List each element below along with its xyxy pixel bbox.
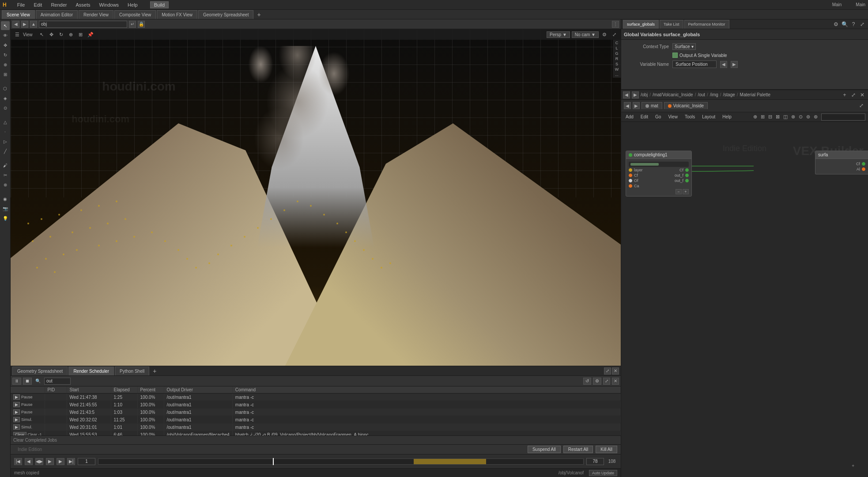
tab-render-scheduler[interactable]: Render Scheduler bbox=[68, 367, 114, 375]
suspend-all-btn[interactable]: Suspend All bbox=[528, 446, 561, 453]
start-frame-input[interactable] bbox=[78, 458, 95, 465]
stop-btn[interactable]: ⏹ bbox=[23, 378, 32, 385]
mat-tab-mat[interactable]: mat bbox=[642, 102, 662, 109]
vp-cam-small-icon[interactable]: C bbox=[614, 41, 620, 45]
node-plus-btn[interactable]: + bbox=[683, 189, 689, 194]
mid-plus-btn[interactable]: + bbox=[841, 91, 849, 99]
node-minus-btn[interactable]: − bbox=[676, 189, 682, 194]
mid-close-btn[interactable]: ✕ bbox=[858, 91, 866, 99]
row-pause-btn[interactable]: ▶ bbox=[13, 394, 20, 400]
path-input[interactable] bbox=[39, 21, 127, 28]
vp-light-small-icon[interactable]: L bbox=[614, 46, 620, 50]
right-top-gear-btn[interactable]: ⚙ bbox=[832, 20, 840, 28]
bt-expand-btn[interactable]: ⤢ bbox=[603, 378, 610, 385]
node-surface[interactable]: surfa Cf Al bbox=[815, 151, 868, 174]
surface-port-al[interactable] bbox=[862, 167, 865, 171]
pause-btn[interactable]: ⏸ bbox=[12, 378, 21, 385]
sidebar-light-icon[interactable]: 💡 bbox=[1, 214, 10, 223]
sidebar-edge-icon[interactable]: ╱ bbox=[1, 147, 10, 155]
menu-windows[interactable]: Windows bbox=[97, 1, 121, 8]
bottom-panel-close-btn[interactable]: ✕ bbox=[612, 367, 619, 375]
vp-shade-small-icon[interactable]: S bbox=[614, 62, 620, 66]
clear-completed-jobs-btn[interactable]: Clear Completed Jobs bbox=[13, 438, 57, 443]
menu-render[interactable]: Render bbox=[49, 1, 68, 8]
sidebar-cut-icon[interactable]: ✂ bbox=[1, 170, 10, 179]
sidebar-camera-icon[interactable]: 📷 bbox=[1, 204, 10, 213]
timeline-track[interactable] bbox=[98, 458, 584, 465]
ne-icon-5[interactable]: ◫ bbox=[783, 114, 788, 120]
breadcrumb-stage[interactable]: /stage bbox=[723, 92, 735, 97]
ne-menu-layout[interactable]: Layout bbox=[700, 114, 717, 120]
ne-menu-tools[interactable]: Tools bbox=[683, 114, 697, 120]
mid-toolbar-forward-btn[interactable]: ▶ bbox=[633, 102, 640, 109]
path-forward-btn[interactable]: ▶ bbox=[21, 21, 28, 28]
timeline-start-btn[interactable]: |◀ bbox=[14, 458, 22, 465]
tab-geometry-spreadsheet-bottom[interactable]: Geometry Spreadsheet bbox=[12, 367, 68, 375]
ne-icon-1[interactable]: ⊕ bbox=[753, 114, 757, 120]
sidebar-geo-icon[interactable]: △ bbox=[1, 117, 10, 126]
row-pause-btn[interactable]: ▶ bbox=[13, 402, 20, 407]
ne-icon-6[interactable]: ⊗ bbox=[791, 114, 795, 120]
add-tab-button[interactable]: + bbox=[254, 11, 263, 18]
ne-icon-8[interactable]: ⊚ bbox=[806, 114, 810, 120]
row-pause-btn[interactable]: ▶ bbox=[13, 417, 20, 422]
vp-rotate-icon[interactable]: ↻ bbox=[57, 30, 65, 38]
tab-scene-view[interactable]: Scene View bbox=[2, 10, 35, 19]
tab-motion-fx[interactable]: Motion FX View bbox=[157, 10, 197, 19]
vp-layout-icon[interactable]: ☰ bbox=[13, 30, 21, 38]
mid-toolbar-back-btn[interactable]: ◀ bbox=[624, 102, 631, 109]
port-outf-out[interactable] bbox=[685, 174, 689, 177]
menu-assets[interactable]: Assets bbox=[74, 1, 92, 8]
end-frame-input[interactable] bbox=[586, 458, 604, 465]
timeline-end-btn[interactable]: ▶| bbox=[67, 458, 75, 465]
vp-render-small-icon[interactable]: R bbox=[614, 57, 620, 61]
right-top-expand-btn[interactable]: ⤢ bbox=[858, 20, 866, 28]
sidebar-handle-icon[interactable]: ⬡ bbox=[1, 84, 10, 93]
breadcrumb-mat[interactable]: /mat/Volcanic_Inside bbox=[653, 92, 693, 97]
vp-more-small-icon[interactable]: ... bbox=[614, 72, 620, 77]
search-input-bottom[interactable] bbox=[44, 378, 71, 385]
menu-help[interactable]: Help bbox=[126, 1, 140, 8]
row-pause-btn[interactable]: Clear bbox=[13, 432, 26, 435]
tab-geometry-spreadsheet-top[interactable]: Geometry Spreadsheet bbox=[198, 10, 253, 19]
ne-icon-2[interactable]: ⊞ bbox=[761, 114, 765, 120]
bt-refresh-btn[interactable]: ↺ bbox=[583, 378, 591, 385]
vp-wire-small-icon[interactable]: W bbox=[614, 67, 620, 72]
menu-edit[interactable]: Edit bbox=[32, 1, 44, 8]
ne-search-input[interactable] bbox=[821, 114, 865, 121]
timeline-play-btn[interactable]: ▶ bbox=[46, 458, 54, 465]
breadcrumb-forward-btn[interactable]: ▶ bbox=[632, 91, 639, 98]
sidebar-select-icon[interactable]: ↖ bbox=[1, 21, 10, 30]
ne-icon-4[interactable]: ⊠ bbox=[776, 114, 780, 120]
sidebar-magnet-icon[interactable]: ⊗ bbox=[1, 180, 10, 189]
add-bottom-tab-button[interactable]: + bbox=[150, 367, 159, 375]
vp-expand-icon[interactable]: ⤢ bbox=[610, 30, 618, 38]
vp-scale-icon[interactable]: ⊕ bbox=[67, 30, 75, 38]
build-button[interactable]: Build bbox=[150, 1, 169, 8]
vp-transform-icon[interactable]: ⊞ bbox=[77, 30, 85, 38]
right-top-search-btn[interactable]: 🔍 bbox=[841, 20, 849, 28]
ne-menu-edit[interactable]: Edit bbox=[639, 114, 650, 120]
vp-settings-icon[interactable]: ⚙ bbox=[600, 30, 608, 38]
breadcrumb-out[interactable]: /out bbox=[698, 92, 705, 97]
output-single-checkbox[interactable] bbox=[672, 53, 678, 58]
port-cf-out[interactable] bbox=[685, 168, 689, 172]
mid-tb-expand-btn[interactable]: ⤢ bbox=[857, 102, 865, 110]
menu-file[interactable]: File bbox=[15, 1, 27, 8]
port-ca-in[interactable] bbox=[629, 184, 632, 188]
sidebar-pose-icon[interactable]: ⊙ bbox=[1, 103, 10, 112]
ne-menu-help[interactable]: Help bbox=[721, 114, 733, 120]
bt-close2-btn[interactable]: ✕ bbox=[612, 378, 619, 385]
ne-icon-7[interactable]: ⊙ bbox=[799, 114, 803, 120]
mat-tab-volcanic[interactable]: Volcanic_Inside bbox=[664, 102, 708, 109]
vp-select-icon[interactable]: ↖ bbox=[38, 30, 46, 38]
sidebar-snap-icon[interactable]: ◈ bbox=[1, 94, 10, 102]
sidebar-paint-icon[interactable]: 🖌 bbox=[1, 161, 10, 170]
port-outf2-out[interactable] bbox=[685, 179, 689, 182]
variable-name-right-btn[interactable]: ▶ bbox=[731, 61, 738, 68]
port-of-in[interactable] bbox=[629, 179, 632, 182]
ne-icon-3[interactable]: ⊟ bbox=[768, 114, 772, 120]
breadcrumb-obj[interactable]: /obj bbox=[641, 92, 648, 97]
row-pause-btn[interactable]: ▶ bbox=[13, 409, 20, 415]
sidebar-scale-icon[interactable]: ⊕ bbox=[1, 60, 10, 69]
